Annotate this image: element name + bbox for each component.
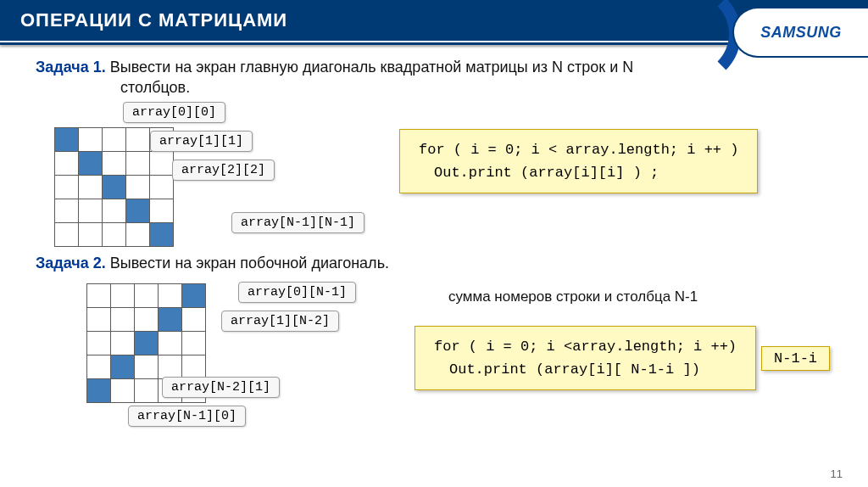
slide-content: Задача 1. Вывести на экран главную диаго… (0, 45, 868, 436)
page-number: 11 (831, 467, 843, 480)
task1-label: Задача 1. (36, 59, 106, 76)
label-array-n1-0: array[N-1][0] (128, 406, 246, 427)
task2-section: array[0][N-1] array[1][N-2] array[N-2][1… (36, 283, 844, 436)
code-block-2: for ( i = 0; i <array.length; i ++) Out.… (415, 326, 756, 390)
task1-section: array[0][0] array[1][1] array[2][2] arra… (36, 105, 844, 241)
label-array-n1-n1: array[N-1][N-1] (231, 212, 364, 233)
slide-header: ОПЕРАЦИИ С МАТРИЦАМИ SAMSUNG (0, 0, 868, 41)
label-array-1-n2: array[1][N-2] (221, 311, 339, 332)
label-array-0-0: array[0][0] (123, 102, 225, 123)
task2-labels: array[0][N-1] array[1][N-2] array[N-2][1… (221, 283, 399, 436)
label-array-0-n1: array[0][N-1] (238, 282, 356, 303)
task2-body: Вывести на экран побочной диагональ. (110, 255, 389, 271)
task2-text: Задача 2. Вывести на экран побочной диаг… (36, 253, 844, 273)
code1-line2: Out.print (array[i][i] ) ; (419, 161, 738, 184)
label-array-n2-1: array[N-2][1] (162, 377, 280, 398)
slide-title: ОПЕРАЦИИ С МАТРИЦАМИ (20, 9, 287, 31)
label-array-2-2: array[2][2] (172, 160, 275, 181)
task1-body-line1: Вывести на экран главную диагональ квадр… (110, 59, 634, 76)
task1-body-line2: столбцов. (36, 77, 190, 98)
code2-line2: Out.print (array[i][ N-1-i ]) (434, 358, 737, 381)
code2-line1: for ( i = 0; i <array.length; i ++) (434, 335, 737, 358)
code1-line1: for ( i = 0; i < array.length; i ++ ) (419, 138, 738, 161)
samsung-logo: SAMSUNG (760, 24, 842, 42)
task1-labels: array[0][0] array[1][1] array[2][2] arra… (189, 105, 384, 241)
task2-hint: сумма номеров строки и столбца N-1 (448, 288, 844, 305)
task2-label: Задача 2. (36, 255, 106, 271)
label-array-1-1: array[1][1] (150, 131, 253, 152)
code-block-1: for ( i = 0; i < array.length; i ++ ) Ou… (399, 129, 758, 193)
task1-text: Задача 1. Вывести на экран главную диаго… (36, 57, 844, 98)
answer-box: N-1-i (761, 346, 830, 371)
